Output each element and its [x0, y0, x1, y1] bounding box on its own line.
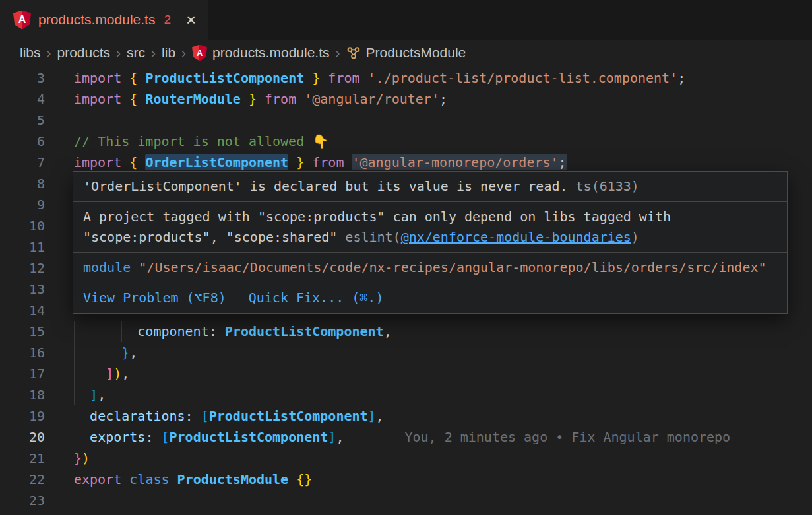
breadcrumb-separator: ›	[116, 45, 121, 61]
line-number: 16	[0, 342, 45, 363]
code-line-content: // This import is not allowed 👇	[74, 131, 328, 152]
code-line-20[interactable]: 20 exports: [ProductListComponent],You, …	[0, 427, 812, 448]
angular-icon-letter: A	[197, 48, 203, 58]
line-number: 12	[0, 258, 45, 279]
breadcrumb-item-productsmodule[interactable]: ProductsModule	[346, 45, 466, 61]
breadcrumb-separator: ›	[181, 45, 186, 61]
line-number: 9	[0, 194, 45, 215]
module-path-message: module "/Users/isaac/Documents/code/nx-r…	[73, 253, 787, 283]
breadcrumb-separator: ›	[151, 45, 156, 61]
breadcrumb-item-src[interactable]: src	[127, 45, 145, 61]
breadcrumb-label: lib	[162, 45, 175, 61]
breadcrumb-separator: ›	[336, 45, 340, 61]
breadcrumb-item-lib[interactable]: lib	[162, 45, 175, 61]
ts-error-message: 'OrderListComponent' is declared but its…	[73, 172, 787, 202]
angular-icon-letter: A	[18, 14, 26, 26]
code-line-content: exports: [ProductListComponent],You, 2 m…	[74, 427, 730, 448]
code-line-19[interactable]: 19 declarations: [ProductListComponent],	[0, 405, 812, 427]
line-number: 10	[0, 215, 45, 236]
code-line-content: export class ProductsModule {}	[74, 469, 312, 490]
breadcrumb-label: products.module.ts	[212, 45, 329, 61]
code-line-content: import { OrderListComponent } from '@ang…	[74, 152, 567, 173]
line-number: 13	[0, 279, 45, 300]
code-line-22[interactable]: 22export class ProductsModule {}	[0, 469, 812, 490]
code-line-content: ],	[74, 384, 106, 405]
code-line-6[interactable]: 6// This import is not allowed 👇	[0, 131, 812, 152]
line-number: 21	[0, 448, 45, 469]
code-line-5[interactable]: 5	[0, 110, 812, 131]
code-line-16[interactable]: 16 },	[0, 342, 812, 363]
code-line-content: declarations: [ProductListComponent],	[74, 405, 384, 427]
code-line-18[interactable]: 18 ],	[0, 384, 812, 405]
tab-products-module-ts[interactable]: A products.module.ts 2 ×	[0, 0, 208, 40]
line-number: 19	[0, 405, 45, 427]
problem-hover-popup: 'OrderListComponent' is declared but its…	[73, 171, 788, 314]
angular-icon: A	[192, 45, 207, 61]
close-icon[interactable]: ×	[186, 11, 196, 28]
line-number: 6	[0, 131, 45, 152]
breadcrumb-label: src	[127, 45, 145, 61]
line-number: 4	[0, 88, 45, 110]
view-problem-action[interactable]: View Problem (⌥F8)	[83, 288, 226, 308]
breadcrumb-separator: ›	[47, 45, 51, 61]
code-line-content: import { RouterModule } from '@angular/r…	[74, 88, 447, 110]
line-number: 17	[0, 363, 45, 384]
tab-bar: A products.module.ts 2 ×	[0, 0, 812, 40]
breadcrumb-item-products-module-ts[interactable]: Aproducts.module.ts	[192, 45, 329, 61]
error-squiggle: import { OrderListComponent } from '@ang…	[74, 154, 567, 170]
code-line-7[interactable]: 7import { OrderListComponent } from '@an…	[0, 152, 812, 173]
code-line-content: ]),	[74, 363, 129, 384]
class-symbol-icon	[346, 46, 361, 60]
line-number: 23	[0, 490, 45, 511]
breadcrumb-item-libs[interactable]: libs	[20, 45, 41, 61]
code-line-15[interactable]: 15 component: ProductListComponent,	[0, 321, 812, 342]
angular-icon: A	[13, 11, 31, 30]
code-line-17[interactable]: 17 ]),	[0, 363, 812, 384]
breadcrumb-item-products[interactable]: products	[57, 45, 111, 61]
code-line-4[interactable]: 4import { RouterModule } from '@angular/…	[0, 88, 812, 110]
code-line-content: component: ProductListComponent,	[74, 321, 392, 342]
git-blame-annotation: You, 2 minutes ago • Fix Angular monorep…	[404, 429, 730, 445]
line-number: 5	[0, 110, 45, 131]
breadcrumb-label: products	[57, 45, 111, 61]
eslint-error-message: A project tagged with "scope:products" c…	[73, 202, 787, 253]
eslint-rule-link[interactable]: @nx/enforce-module-boundaries	[401, 229, 631, 245]
line-number: 15	[0, 321, 45, 342]
line-number: 11	[0, 236, 45, 258]
tab-problems-badge: 2	[164, 13, 171, 27]
code-line-content: })	[74, 448, 90, 469]
code-line-23[interactable]: 23	[0, 490, 812, 511]
line-number: 7	[0, 152, 45, 173]
line-number: 8	[0, 173, 45, 194]
line-number: 14	[0, 300, 45, 321]
breadcrumb: libs›products›src›lib›Aproducts.module.t…	[0, 40, 812, 66]
line-number: 18	[0, 384, 45, 405]
code-line-content: },	[74, 342, 137, 363]
line-number: 22	[0, 469, 45, 490]
quick-fix-action[interactable]: Quick Fix... (⌘.)	[249, 288, 384, 308]
breadcrumb-label: libs	[20, 45, 41, 61]
hover-status-bar: View Problem (⌥F8)Quick Fix... (⌘.)	[73, 283, 787, 313]
line-number: 20	[0, 427, 45, 448]
line-number: 3	[0, 67, 45, 88]
code-line-content: import { ProductListComponent } from './…	[74, 67, 685, 88]
code-line-21[interactable]: 21})	[0, 448, 812, 469]
breadcrumb-label: ProductsModule	[366, 45, 466, 61]
tab-title: products.module.ts	[38, 12, 155, 28]
code-line-3[interactable]: 3import { ProductListComponent } from '.…	[0, 67, 812, 88]
